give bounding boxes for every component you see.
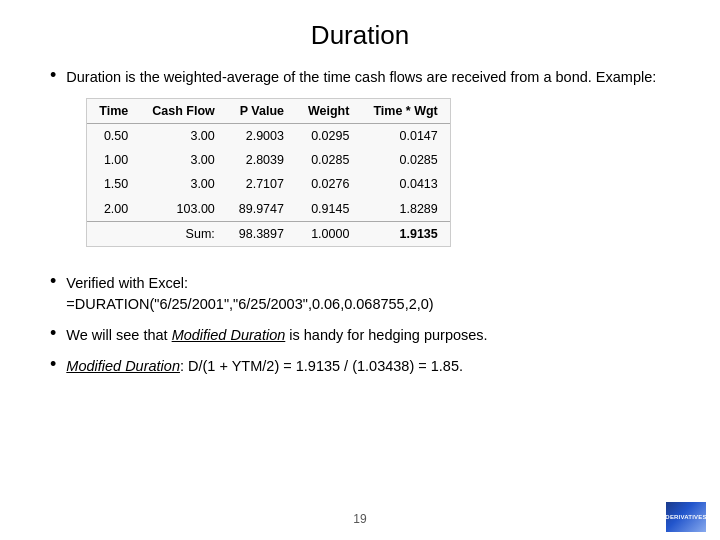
data-table: Time Cash Flow P Value Weight Time * Wgt… <box>86 98 450 247</box>
table-cell: 3.00 <box>140 172 227 196</box>
bullet-3-highlight: Modified Duration <box>172 327 286 343</box>
table-cell: 0.50 <box>87 124 140 149</box>
bullet-text-4: Modified Duration: D/(1 + YTM/2) = 1.913… <box>66 356 463 377</box>
bullet-2-line1: Verified with Excel: <box>66 275 188 291</box>
table-cell: 103.00 <box>140 197 227 222</box>
table-cell: 0.0285 <box>361 148 449 172</box>
col-time: Time <box>87 99 140 124</box>
table-cell: 2.7107 <box>227 172 296 196</box>
bullet-text-3: We will see that Modified Duration is ha… <box>66 325 487 346</box>
bullet-dot-2: • <box>50 271 56 292</box>
sum-label: Sum: <box>140 221 227 246</box>
table-cell: 3.00 <box>140 148 227 172</box>
bullet-4-suffix: : D/(1 + YTM/2) = 1.9135 / (1.03438) = 1… <box>180 358 463 374</box>
table-row: 1.503.002.71070.02760.0413 <box>87 172 449 196</box>
bullet-4: • Modified Duration: D/(1 + YTM/2) = 1.9… <box>50 356 670 377</box>
bullet-text-1: Duration is the weighted-average of the … <box>66 67 670 263</box>
table-cell: 89.9747 <box>227 197 296 222</box>
bullet-section: • Duration is the weighted-average of th… <box>50 67 670 387</box>
table-cell: 0.0147 <box>361 124 449 149</box>
bullet-4-highlight: Modified Duration <box>66 358 180 374</box>
bullet-dot-4: • <box>50 354 56 375</box>
col-pvalue: P Value <box>227 99 296 124</box>
bullet-3-prefix: We will see that <box>66 327 171 343</box>
bullet-3: • We will see that Modified Duration is … <box>50 325 670 346</box>
table-cell: 1.8289 <box>361 197 449 222</box>
bullet-1: • Duration is the weighted-average of th… <box>50 67 670 263</box>
table-row: 2.00103.0089.97470.91451.8289 <box>87 197 449 222</box>
bullet-1-text: Duration is the weighted-average of the … <box>66 69 656 85</box>
col-timewgt: Time * Wgt <box>361 99 449 124</box>
logo-text: DERIVATIVES <box>665 514 706 520</box>
sum-timewgt: 1.9135 <box>361 221 449 246</box>
col-weight: Weight <box>296 99 361 124</box>
bullet-dot-3: • <box>50 323 56 344</box>
bullet-dot-1: • <box>50 65 56 86</box>
sum-weight: 1.0000 <box>296 221 361 246</box>
table-cell: 2.9003 <box>227 124 296 149</box>
table-cell: 0.0413 <box>361 172 449 196</box>
table-cell: 2.00 <box>87 197 140 222</box>
table-cell: 0.0285 <box>296 148 361 172</box>
logo: DERIVATIVES <box>666 502 706 532</box>
bullet-text-2: Verified with Excel: =DURATION("6/25/200… <box>66 273 433 315</box>
table-cell: 2.8039 <box>227 148 296 172</box>
table-cell: 3.00 <box>140 124 227 149</box>
bullet-2-line2: =DURATION("6/25/2001","6/25/2003",0.06,0… <box>66 296 433 312</box>
table-row: 0.503.002.90030.02950.0147 <box>87 124 449 149</box>
page-number: 19 <box>0 512 720 526</box>
bullet-3-suffix: is handy for hedging purposes. <box>285 327 487 343</box>
sum-pvalue: 98.3897 <box>227 221 296 246</box>
sum-row: Sum:98.38971.00001.9135 <box>87 221 449 246</box>
table-cell: 0.0276 <box>296 172 361 196</box>
col-cashflow: Cash Flow <box>140 99 227 124</box>
slide-title: Duration <box>50 20 670 51</box>
bullet-2: • Verified with Excel: =DURATION("6/25/2… <box>50 273 670 315</box>
table-cell: 0.0295 <box>296 124 361 149</box>
table-cell: 1.50 <box>87 172 140 196</box>
slide: Duration • Duration is the weighted-aver… <box>0 0 720 540</box>
table-cell: 1.00 <box>87 148 140 172</box>
table-row: 1.003.002.80390.02850.0285 <box>87 148 449 172</box>
table-cell: 0.9145 <box>296 197 361 222</box>
